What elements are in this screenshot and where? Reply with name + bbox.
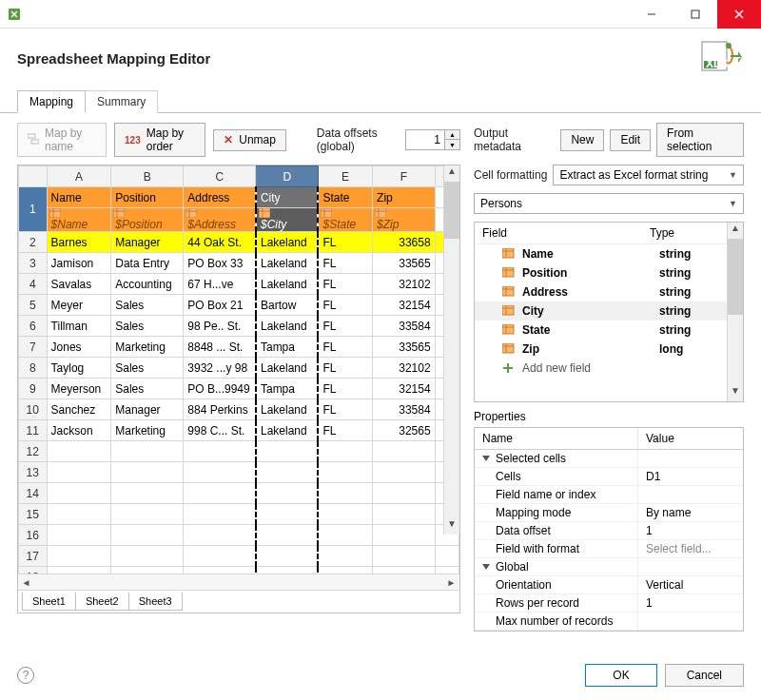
prop-max-records[interactable]: Max number of records bbox=[475, 612, 638, 630]
data-cell[interactable] bbox=[318, 462, 372, 483]
row-header[interactable]: 11 bbox=[19, 420, 48, 441]
data-cell[interactable] bbox=[318, 504, 372, 525]
tab-summary[interactable]: Summary bbox=[86, 90, 158, 113]
metadata-from-selection-button[interactable]: From selection bbox=[656, 123, 744, 157]
row-header[interactable]: 7 bbox=[19, 337, 48, 358]
data-cell[interactable] bbox=[373, 462, 436, 483]
spin-down-button[interactable]: ▼ bbox=[445, 140, 459, 149]
prop-cells[interactable]: Cells bbox=[475, 468, 638, 485]
row-header[interactable]: 9 bbox=[19, 379, 48, 399]
data-cell[interactable]: Sanchez bbox=[47, 399, 111, 420]
data-cell[interactable] bbox=[47, 504, 111, 525]
data-cell[interactable] bbox=[256, 567, 319, 574]
mapping-expression-cell[interactable]: $State bbox=[318, 208, 372, 232]
data-cell[interactable]: Sales bbox=[111, 379, 184, 399]
data-cell[interactable] bbox=[184, 483, 256, 504]
data-cell[interactable]: 32154 bbox=[373, 295, 436, 316]
data-cell[interactable] bbox=[256, 504, 319, 525]
data-cell[interactable]: Taylog bbox=[47, 358, 111, 379]
data-cell[interactable]: Data Entry bbox=[111, 253, 184, 274]
mapped-header-cell[interactable]: Name bbox=[47, 187, 111, 208]
mapped-header-cell[interactable]: State bbox=[318, 187, 372, 208]
data-cell[interactable]: FL bbox=[318, 274, 372, 295]
data-cell[interactable] bbox=[373, 546, 436, 567]
worksheet-tab[interactable]: Sheet2 bbox=[76, 593, 129, 611]
data-cell[interactable]: 33565 bbox=[373, 253, 436, 274]
sheet-horizontal-scrollbar[interactable]: ◄► bbox=[18, 574, 459, 590]
mapping-expression-cell[interactable]: $City bbox=[256, 208, 319, 232]
data-cell[interactable] bbox=[256, 483, 319, 504]
data-cell[interactable]: 67 H...ve bbox=[184, 274, 256, 295]
column-header[interactable]: D bbox=[256, 166, 319, 187]
data-cell[interactable]: 33584 bbox=[373, 316, 436, 337]
data-cell[interactable]: FL bbox=[318, 399, 372, 420]
data-cell[interactable]: FL bbox=[318, 232, 372, 253]
data-cell[interactable] bbox=[47, 525, 111, 546]
data-cell[interactable] bbox=[184, 567, 256, 574]
prop-field-format[interactable]: Field with format bbox=[475, 540, 638, 557]
data-cell[interactable] bbox=[318, 483, 372, 504]
data-cell[interactable]: Lakeland bbox=[256, 253, 319, 274]
data-cell[interactable]: 33584 bbox=[373, 399, 436, 420]
data-cell[interactable] bbox=[111, 546, 184, 567]
data-cell[interactable] bbox=[47, 483, 111, 504]
row-header[interactable]: 15 bbox=[19, 504, 48, 525]
column-header[interactable]: C bbox=[184, 166, 256, 187]
data-cell[interactable]: FL bbox=[318, 295, 372, 316]
data-cell[interactable]: 8848 ... St. bbox=[184, 337, 256, 358]
map-by-name-button[interactable]: Map by name bbox=[17, 123, 107, 157]
data-cell[interactable]: Meyerson bbox=[47, 379, 111, 399]
data-cell[interactable]: Bartow bbox=[256, 295, 319, 316]
add-field-row[interactable]: Add new field bbox=[475, 359, 743, 378]
data-cell[interactable]: 3932 ...y 98 bbox=[184, 358, 256, 379]
data-cell[interactable]: FL bbox=[318, 253, 372, 274]
window-minimize-button[interactable] bbox=[630, 0, 673, 29]
fields-scrollbar[interactable]: ▲▼ bbox=[727, 223, 743, 401]
row-header[interactable]: 10 bbox=[19, 399, 48, 420]
field-row[interactable]: Positionstring bbox=[475, 263, 743, 282]
prop-mapping-mode[interactable]: Mapping mode bbox=[475, 504, 638, 521]
row-header[interactable]: 5 bbox=[19, 295, 48, 316]
data-cell[interactable]: PO Box 33 bbox=[184, 253, 256, 274]
help-icon[interactable]: ? bbox=[17, 667, 34, 684]
data-cell[interactable]: Sales bbox=[111, 295, 184, 316]
data-cell[interactable]: PO B...9949 bbox=[184, 379, 256, 399]
data-cell[interactable]: Marketing bbox=[111, 420, 184, 441]
row-header[interactable]: 4 bbox=[19, 274, 48, 295]
data-cell[interactable] bbox=[184, 462, 256, 483]
data-cell[interactable]: Sales bbox=[111, 316, 184, 337]
data-cell[interactable]: Accounting bbox=[111, 274, 184, 295]
data-cell[interactable]: Manager bbox=[111, 399, 184, 420]
data-cell[interactable] bbox=[373, 525, 436, 546]
data-cell[interactable] bbox=[256, 525, 319, 546]
ok-button[interactable]: OK bbox=[585, 664, 656, 687]
column-header[interactable]: B bbox=[111, 166, 184, 187]
data-cell[interactable]: 98 Pe.. St. bbox=[184, 316, 256, 337]
data-cell[interactable] bbox=[256, 546, 319, 567]
data-cell[interactable] bbox=[373, 483, 436, 504]
data-cell[interactable] bbox=[184, 546, 256, 567]
cancel-button[interactable]: Cancel bbox=[665, 664, 744, 687]
unmap-button[interactable]: ✕ Unmap bbox=[213, 129, 286, 151]
data-cell[interactable]: FL bbox=[318, 379, 372, 399]
tab-mapping[interactable]: Mapping bbox=[17, 90, 86, 113]
data-cell[interactable]: PO Box 21 bbox=[184, 295, 256, 316]
data-cell[interactable] bbox=[184, 525, 256, 546]
data-cell[interactable] bbox=[47, 462, 111, 483]
data-cell[interactable]: Lakeland bbox=[256, 358, 319, 379]
data-cell[interactable]: FL bbox=[318, 316, 372, 337]
metadata-edit-button[interactable]: Edit bbox=[610, 129, 651, 151]
row-header[interactable]: 12 bbox=[19, 441, 48, 462]
column-header[interactable]: E bbox=[318, 166, 372, 187]
row-header[interactable]: 14 bbox=[19, 483, 48, 504]
field-row[interactable]: Ziplong bbox=[475, 340, 743, 359]
data-cell[interactable]: Jones bbox=[47, 337, 111, 358]
data-cell[interactable]: Tampa bbox=[256, 379, 319, 399]
data-cell[interactable]: Manager bbox=[111, 232, 184, 253]
data-cell[interactable] bbox=[373, 567, 436, 574]
data-cell[interactable]: FL bbox=[318, 358, 372, 379]
data-cell[interactable]: FL bbox=[318, 420, 372, 441]
column-header[interactable]: A bbox=[47, 166, 111, 187]
data-cell[interactable] bbox=[47, 441, 111, 462]
data-cell[interactable]: Meyer bbox=[47, 295, 111, 316]
